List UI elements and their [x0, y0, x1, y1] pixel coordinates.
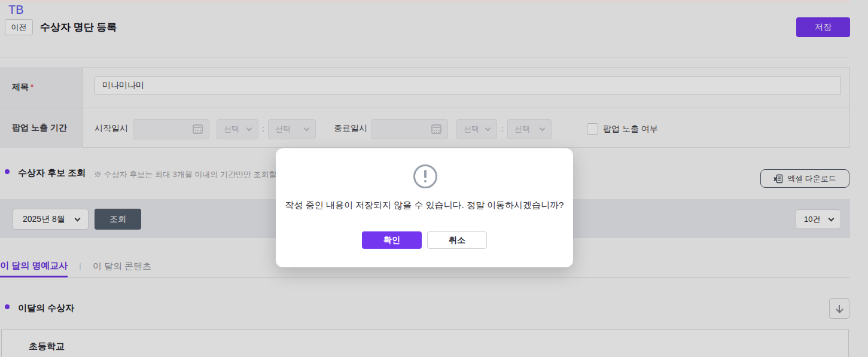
cancel-button[interactable]: 취소 — [427, 231, 487, 249]
winner-registration-page: TB 이전 수상자 명단 등록 저장 제목* 팝업 노출 기간 시작일시 선택 … — [0, 0, 868, 357]
exclamation-bar — [424, 170, 427, 178]
confirm-dialog: 작성 중인 내용이 저장되지 않을 수 있습니다. 정말 이동하시겠습니까? 확… — [276, 148, 573, 267]
exclamation-dot — [424, 180, 427, 182]
dialog-message: 작성 중인 내용이 저장되지 않을 수 있습니다. 정말 이동하시겠습니까? — [276, 200, 573, 211]
confirm-button[interactable]: 확인 — [362, 231, 422, 249]
dialog-buttons: 확인 취소 — [276, 231, 573, 249]
exclamation-circle-icon — [413, 164, 437, 188]
